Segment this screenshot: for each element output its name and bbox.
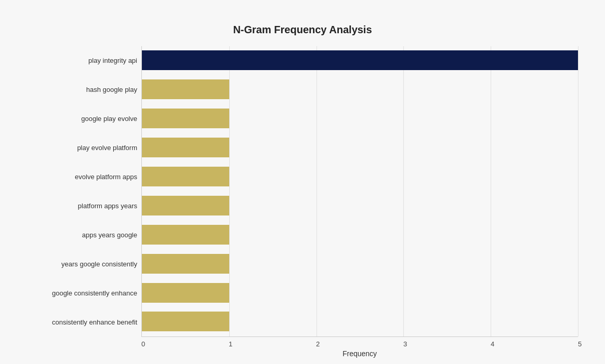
bar: [142, 254, 229, 274]
bar-row: [142, 164, 578, 190]
x-axis-title: Frequency: [141, 349, 578, 358]
bar-row: [142, 134, 578, 160]
bar: [142, 225, 229, 245]
x-axis-labels: 012345: [141, 337, 578, 347]
y-label: evolve platform apps: [27, 164, 137, 190]
bar: [142, 283, 229, 303]
bar-row: [142, 251, 578, 277]
bar-row: [142, 308, 578, 334]
bar: [142, 79, 229, 99]
bar-row: [142, 193, 578, 219]
grid-line: [578, 46, 578, 336]
chart-container: N-Gram Frequency Analysis play integrity…: [17, 8, 588, 356]
plot-area: [141, 46, 578, 337]
bar-row: [142, 47, 578, 73]
bar: [142, 312, 229, 331]
y-label: google consistently enhance: [27, 280, 137, 306]
bar: [142, 167, 229, 186]
bar: [142, 50, 578, 70]
y-label: consistently enhance benefit: [27, 309, 137, 335]
chart-title: N-Gram Frequency Analysis: [27, 24, 578, 36]
bar-row: [142, 280, 578, 306]
y-label: hash google play: [27, 77, 137, 103]
bar-row: [142, 105, 578, 131]
y-label: platform apps years: [27, 193, 137, 219]
bar: [142, 138, 229, 157]
y-label: apps years google: [27, 222, 137, 248]
chart-area: play integrity apihash google playgoogle…: [27, 46, 578, 337]
y-label: years google consistently: [27, 251, 137, 277]
y-label: play integrity api: [27, 48, 137, 74]
bar: [142, 196, 229, 215]
y-label: play evolve platform: [27, 135, 137, 161]
bar-row: [142, 76, 578, 102]
y-labels: play integrity apihash google playgoogle…: [27, 46, 141, 337]
bar: [142, 109, 229, 128]
y-label: google play evolve: [27, 106, 137, 132]
bar-row: [142, 222, 578, 248]
